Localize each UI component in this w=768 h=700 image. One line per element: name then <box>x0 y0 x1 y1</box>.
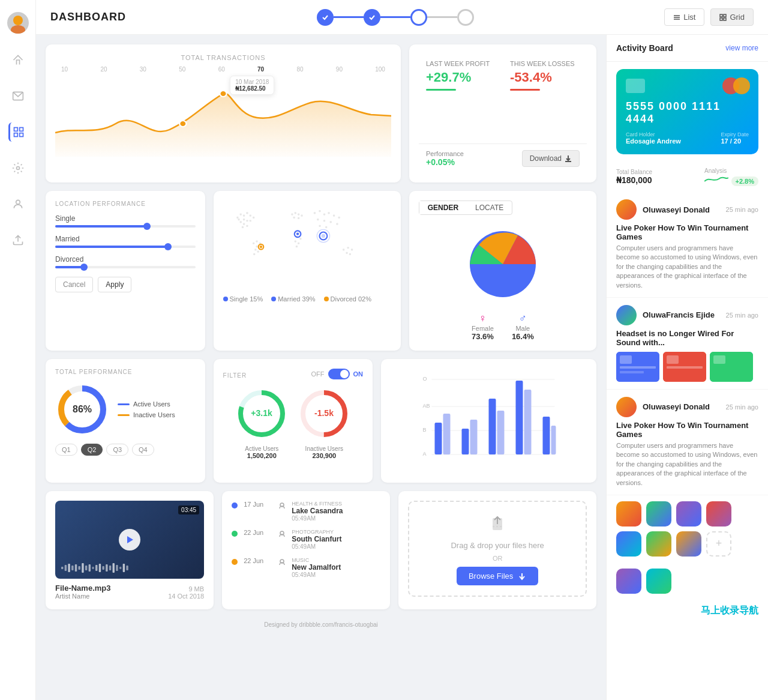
step-3 <box>410 9 427 26</box>
upload-area: Drag & drop your files here OR Browse Fi… <box>408 501 587 597</box>
sidebar-item-user[interactable] <box>8 195 28 214</box>
active-users-gauge: +3.1k Active Users 1,500,200 <box>235 387 289 459</box>
svg-rect-118 <box>95 565 97 571</box>
q2-button[interactable]: Q2 <box>81 444 103 456</box>
browse-files-button[interactable]: Browse Files <box>457 567 538 585</box>
filter-toggle[interactable] <box>328 369 350 379</box>
user-avatar-7[interactable] <box>676 531 701 557</box>
location-title: LOCATION PERFORMANCE <box>55 201 196 207</box>
sidebar-item-mail[interactable] <box>8 86 28 106</box>
sidebar-item-settings[interactable] <box>8 158 28 178</box>
chart-tooltip: 10 Mar 2018 ₦12,682.50 <box>230 76 274 95</box>
filter-card: FILTER OFF ON <box>214 359 373 483</box>
step-1 <box>317 9 334 26</box>
upload-or-label: OR <box>493 555 503 562</box>
apply-button[interactable]: Apply <box>98 277 131 292</box>
svg-rect-121 <box>106 564 107 572</box>
q3-button[interactable]: Q3 <box>106 444 128 456</box>
user-avatar-9[interactable] <box>646 569 671 594</box>
svg-rect-14 <box>724 14 726 17</box>
gauge-row: +3.1k Active Users 1,500,200 -1.5k In <box>223 387 364 459</box>
activity-item-2: OluwaFrancis Ejide 25 min ago Headset is… <box>607 298 768 390</box>
loss-bar <box>510 89 540 91</box>
tab-gender[interactable]: GENDER <box>419 201 467 214</box>
q4-button[interactable]: Q4 <box>132 444 154 456</box>
analysis-sparkline <box>704 174 728 184</box>
svg-text:-1.5k: -1.5k <box>314 408 334 418</box>
q1-button[interactable]: Q1 <box>55 444 77 456</box>
svg-rect-64 <box>336 223 338 225</box>
svg-rect-138 <box>620 371 644 373</box>
divorced-slider-thumb[interactable] <box>80 264 88 271</box>
tl-dot-0 <box>232 502 238 508</box>
activity-time-2: 25 min ago <box>726 312 758 319</box>
step-2 <box>364 9 380 26</box>
gender-tabs: GENDER LOCATE <box>419 201 512 215</box>
view-toggle: List Grid <box>664 8 754 26</box>
play-button[interactable] <box>119 529 140 551</box>
married-slider-thumb[interactable] <box>164 243 172 250</box>
add-user-button[interactable]: + <box>706 531 731 557</box>
single-slider-thumb[interactable] <box>143 223 151 230</box>
svg-rect-62 <box>323 220 325 222</box>
sidebar-item-home[interactable] <box>8 50 28 70</box>
svg-rect-122 <box>109 566 111 570</box>
activity-title-2: Headset is no Longer Wired For Sound wit… <box>616 329 758 347</box>
location-single: Single <box>55 214 196 228</box>
activity-img-1 <box>616 352 659 382</box>
svg-rect-28 <box>246 220 248 222</box>
divorced-slider-fill <box>55 266 83 268</box>
grid-view-button[interactable]: Grid <box>710 8 754 26</box>
svg-rect-33 <box>241 226 243 228</box>
sidebar-item-dashboard[interactable] <box>8 122 28 142</box>
analysis-badge: +2.8% <box>731 177 759 186</box>
svg-rect-6 <box>20 133 23 137</box>
svg-rect-117 <box>92 567 94 569</box>
svg-rect-47 <box>298 217 299 219</box>
user-avatar-3[interactable] <box>676 501 701 527</box>
svg-rect-68 <box>347 247 349 249</box>
user-avatar-4[interactable] <box>706 501 731 527</box>
activity-title-1: Live Poker How To Win Tournament Games <box>616 223 758 241</box>
upload-drag-label: Drag & drop your files here <box>451 541 544 550</box>
cancel-button[interactable]: Cancel <box>55 277 93 292</box>
world-map-container <box>223 201 391 291</box>
svg-rect-98 <box>443 414 451 454</box>
svg-rect-38 <box>256 246 257 247</box>
sidebar-item-upload[interactable] <box>8 231 28 250</box>
profit-bar <box>426 89 456 91</box>
gender-stats: ♀ Female 73.6% ♂ Male 16.4% <box>419 312 587 341</box>
pie-chart-svg <box>461 222 545 306</box>
svg-point-1 <box>11 25 25 34</box>
line-chart: 10 Mar 2018 ₦12,682.50 <box>55 73 391 157</box>
avatar[interactable] <box>7 12 29 34</box>
svg-rect-120 <box>102 566 104 570</box>
report-card: Last Week Profit +29.7% This Week Losses… <box>409 44 596 183</box>
activity-avatar-3 <box>616 397 637 417</box>
user-avatar-2[interactable] <box>646 501 671 527</box>
credit-card: 5555 0000 1111 4444 Card Holder Edosagie… <box>616 69 758 154</box>
tab-locate[interactable]: LOCATE <box>467 201 512 214</box>
quarter-buttons: Q1 Q2 Q3 Q4 <box>55 444 196 456</box>
media-artist: Artist Name <box>55 593 110 600</box>
user-avatar-1[interactable] <box>616 501 641 527</box>
avatar-row-2 <box>607 563 768 600</box>
user-avatar-5[interactable] <box>616 531 641 557</box>
activity-title-3: Live Poker How To Win Tournament Games <box>616 421 758 439</box>
user-avatar-6[interactable] <box>646 531 671 557</box>
svg-rect-36 <box>256 240 257 242</box>
view-more-link[interactable]: view more <box>725 44 758 52</box>
list-view-button[interactable]: List <box>664 8 704 26</box>
map-card: Single 15% Married 39% Divorced 02% <box>214 191 401 351</box>
activity-item-1: Oluwaseyi Donald 25 min ago Live Poker H… <box>607 192 768 298</box>
download-button[interactable]: Download <box>522 150 580 167</box>
last-week-profit: Last Week Profit +29.7% <box>419 54 503 139</box>
svg-rect-67 <box>343 249 344 250</box>
user-avatar-8[interactable] <box>616 569 641 594</box>
report-bottom: Performance +0.05% Download <box>419 144 587 173</box>
activity-text-1: Computer users and programmers have beco… <box>616 244 758 290</box>
svg-rect-41 <box>253 253 255 255</box>
svg-rect-70 <box>346 252 347 254</box>
svg-rect-110 <box>68 564 70 572</box>
activity-time-1: 25 min ago <box>726 206 758 213</box>
